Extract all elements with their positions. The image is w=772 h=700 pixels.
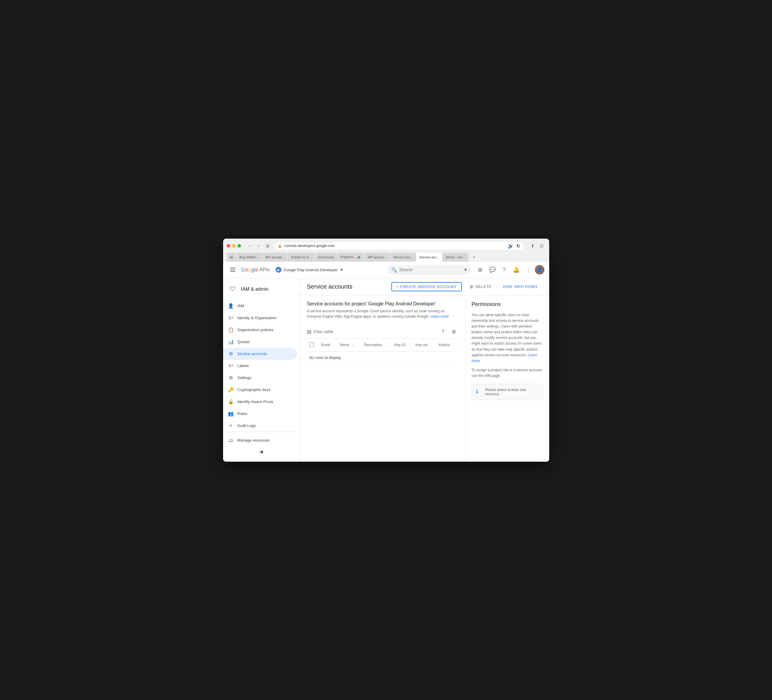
sidebar-item-quotas[interactable]: 📊 Quotas	[223, 336, 297, 348]
sidebar-item-labels[interactable]: 🏷 Labels	[223, 360, 297, 372]
sidebar-collapse-button[interactable]: ◀	[223, 446, 299, 457]
filter-input[interactable]	[314, 329, 437, 334]
sidebar-item-service-accounts[interactable]: ⚙ Service accounts	[223, 348, 297, 360]
project-description: A service account represents a Google Cl…	[307, 308, 458, 319]
create-service-account-button[interactable]: + CREATE SERVICE ACCOUNT	[391, 282, 462, 291]
new-tab-button[interactable]: ⊡	[538, 242, 546, 250]
minimize-traffic-light[interactable]	[232, 244, 236, 248]
sidebar-item-identity[interactable]: 🏷 Identity & Organisation	[223, 312, 297, 324]
apis-text: APIs	[260, 267, 270, 272]
manage-resources-icon: 🗂	[228, 437, 234, 443]
new-tab-plus[interactable]: +	[470, 253, 478, 261]
sidebar-item-label-roles: Roles	[237, 411, 247, 416]
sort-icon: ↑	[352, 343, 353, 347]
audio-icon: 🔊	[508, 243, 514, 249]
sidebar-item-org-policies[interactable]: 📋 Organisation policies	[223, 324, 297, 336]
data-table: Email Name ↑ Description Key ID Key cre …	[307, 339, 458, 364]
close-traffic-light[interactable]	[227, 244, 230, 248]
sidebar-title: IAM & admin	[241, 286, 268, 292]
sidebar-bottom: 🗂 Manage resources ◀	[223, 432, 299, 459]
table-col-key-id: Key ID	[392, 339, 413, 352]
more-options-button[interactable]: ⋮	[523, 264, 534, 275]
sidebar-header: 🛡 IAM & admin	[223, 281, 299, 298]
lock-icon: 🔒	[278, 244, 282, 248]
tab-icon: ⊞	[264, 242, 272, 250]
delete-icon: 🗑	[469, 285, 474, 289]
sidebar-item-label-labels: Labels	[237, 363, 249, 368]
info-box-text: Please select at least one resource.	[485, 388, 539, 396]
sidebar-item-label-crypto-keys: Cryptographic keys	[237, 388, 271, 392]
tab-0[interactable]: de	[227, 253, 236, 262]
page-title: Service accounts	[307, 283, 388, 290]
refresh-icon[interactable]: ↻	[516, 243, 520, 249]
tab-1[interactable]: Bug 59400:...	[237, 253, 262, 262]
policy-icon: 📋	[228, 327, 234, 333]
table-header-checkbox	[307, 339, 319, 352]
maximize-traffic-light[interactable]	[237, 244, 241, 248]
tab-7[interactable]: Service acc...	[390, 253, 416, 262]
hide-info-panel-button[interactable]: HIDE INFO PANEL	[499, 283, 542, 291]
sidebar-item-roles[interactable]: 👥 Roles	[223, 408, 297, 420]
address-bar: 🔒 🔊 ↻	[274, 242, 524, 250]
project-selector[interactable]: ▶ Google Play Android Developer ▼	[273, 266, 346, 274]
tab-4[interactable]: Grammarly	[315, 253, 337, 262]
delete-label: DELETE	[475, 285, 491, 289]
project-name: Google Play Android Developer	[283, 268, 337, 272]
sidebar-item-label-iap: Identity-Aware Proxy	[237, 399, 273, 404]
settings-icon: ⚙	[228, 375, 234, 381]
sidebar-item-iam[interactable]: 👤 IAM	[223, 300, 297, 312]
help-button[interactable]: ?	[499, 264, 510, 275]
sidebar-item-manage-resources[interactable]: 🗂 Manage resources	[223, 434, 297, 446]
apps-button[interactable]: ⊞	[475, 264, 486, 275]
app-bar-icons: ⊞ 💬 ? 🔔 ⋮ 👤	[475, 264, 545, 275]
chat-button[interactable]: 💬	[487, 264, 498, 275]
share-button[interactable]: ⬆	[529, 242, 536, 250]
info-box: ℹ Please select at least one resource.	[472, 384, 543, 400]
delete-button[interactable]: 🗑 DELETE	[465, 283, 496, 291]
url-input[interactable]	[285, 244, 505, 248]
select-all-checkbox[interactable]	[309, 342, 314, 347]
sidebar-item-label-service-accounts: Service accounts	[237, 352, 267, 356]
roles-icon: 👥	[228, 411, 234, 417]
main-panel: Service accounts for project 'Google Pla…	[300, 295, 465, 462]
sidebar-item-settings[interactable]: ⚙ Settings	[223, 372, 297, 384]
table-help-button[interactable]: ?	[439, 327, 447, 336]
content-header: Service accounts + CREATE SERVICE ACCOUN…	[300, 278, 549, 295]
notifications-button[interactable]: 🔔	[511, 264, 522, 275]
hamburger-menu-button[interactable]	[228, 265, 237, 275]
search-input[interactable]	[399, 267, 461, 272]
tab-3[interactable]: Publish to G...	[288, 253, 314, 262]
project-heading: Service accounts for project 'Google Pla…	[307, 301, 458, 307]
label-icon: 🏷	[228, 363, 234, 369]
tab-8[interactable]: Service acc...	[416, 253, 442, 262]
table-col-description: Description	[361, 339, 392, 352]
sidebar-item-label-iam: IAM	[237, 304, 244, 308]
person-icon: 👤	[228, 303, 234, 309]
traffic-lights	[227, 244, 241, 248]
search-dropdown-arrow: ▼	[464, 267, 468, 272]
sidebar-item-audit-logs[interactable]: ≡ Audit Logs	[223, 420, 297, 432]
table-header: Email Name ↑ Description Key ID Key cre …	[307, 339, 458, 352]
badge-icon: 🏷	[228, 315, 234, 321]
description-learn-more-link[interactable]: Learn more	[430, 314, 448, 319]
tab-9[interactable]: Stores - Sm...	[442, 253, 468, 262]
back-button[interactable]: ‹	[246, 242, 254, 250]
table-view-button[interactable]: ⊞	[450, 327, 458, 336]
tab-2[interactable]: API access...	[262, 253, 288, 262]
browser-titlebar: ‹ › ⊞ 🔒 🔊 ↻ ⬆ ⊡	[227, 242, 546, 250]
info-icon: ℹ	[476, 389, 482, 394]
avatar[interactable]: 👤	[535, 265, 545, 275]
sidebar-item-label-identity: Identity & Organisation	[237, 316, 277, 320]
table-col-name[interactable]: Name ↑	[337, 339, 361, 352]
tab-6[interactable]: API access...	[365, 253, 390, 262]
sidebar-item-iap[interactable]: 🔒 Identity-Aware Proxy	[223, 396, 297, 408]
tab-5[interactable]: Fragmen... 🔊	[337, 253, 365, 262]
content-area: Service accounts + CREATE SERVICE ACCOUN…	[300, 278, 549, 462]
forward-button[interactable]: ›	[255, 242, 263, 250]
sidebar-nav: 👤 IAM 🏷 Identity & Organisation 📋 Organi…	[223, 300, 299, 432]
app-bar: Google APIs ▶ Google Play Android Develo…	[223, 262, 549, 278]
table-body: No rows to display	[307, 352, 458, 363]
sidebar-item-crypto-keys[interactable]: 🔑 Cryptographic keys	[223, 384, 297, 396]
sidebar-item-label-org-policies: Organisation policies	[237, 327, 274, 332]
browser-actions: ⬆ ⊡	[529, 242, 546, 250]
